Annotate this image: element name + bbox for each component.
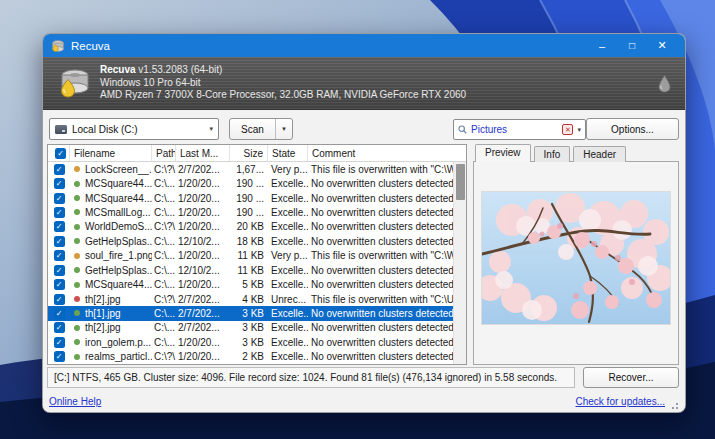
row-checkbox[interactable]: ✓	[54, 207, 65, 218]
state-dot-icon	[74, 354, 80, 360]
cell-comment: This file is overwritten with "C:\Use...	[308, 294, 453, 305]
cell-modified: 1/20/20...	[176, 207, 230, 218]
table-row[interactable]: ✓realms_particl...C:\?\1/20/20...2 KBExc…	[48, 349, 453, 363]
recuva-window: Recuva – □ ✕ Recuva v1.53.2083 (64-bit) …	[42, 33, 686, 413]
row-checkbox[interactable]: ✓	[54, 351, 65, 362]
column-header-comment[interactable]: Comment	[308, 145, 453, 161]
close-button[interactable]: ✕	[647, 34, 677, 57]
cell-comment: No overwritten clusters detected.	[308, 337, 453, 348]
check-updates-link[interactable]: Check for updates...	[576, 396, 666, 407]
row-checkbox[interactable]: ✓	[54, 265, 65, 276]
recover-button[interactable]: Recover...	[583, 367, 679, 388]
row-checkbox[interactable]: ✓	[54, 337, 65, 348]
state-dot-icon	[74, 238, 80, 244]
state-dot-icon	[74, 339, 80, 345]
table-row[interactable]: ✓MCSquare44...C:\...1/20/20...190 ...Exc…	[48, 191, 453, 205]
row-checkbox[interactable]: ✓	[54, 164, 65, 175]
cell-size: 3 KB	[230, 322, 268, 333]
online-help-link[interactable]: Online Help	[49, 396, 101, 407]
scan-status-text: [C:] NTFS, 465 GB. Cluster size: 4096. F…	[47, 367, 575, 388]
cell-size: 190 ...	[230, 178, 268, 189]
state-dot-icon	[74, 253, 80, 259]
cell-path: C:\...	[152, 207, 176, 218]
table-row[interactable]: ✓GetHelpSplas...C:\...12/10/2...18 KBExc…	[48, 234, 453, 248]
cell-filename: soul_fire_1.png	[85, 250, 152, 261]
search-box[interactable]: Pictures ✕ ▾	[453, 119, 586, 140]
table-row[interactable]: ✓MCSquare44...C:\...1/20/20...190 ...Exc…	[48, 176, 453, 190]
app-version: v1.53.2083 (64-bit)	[138, 64, 222, 75]
scan-split-button: Scan ▾	[229, 118, 293, 140]
table-row[interactable]: ✓iron_golem.p...C:\...1/20/20...3 KBExce…	[48, 335, 453, 349]
select-all-checkbox[interactable]: ✓	[55, 148, 66, 159]
cell-path: C:\...	[152, 322, 176, 333]
cell-size: 5 KB	[230, 279, 268, 290]
cell-size: 1,67...	[230, 164, 268, 175]
cell-size: 3 KB	[230, 308, 268, 319]
app-body: Local Disk (C:) ▾ Scan ▾ Pictures ✕ ▾ O	[43, 111, 685, 412]
row-checkbox[interactable]: ✓	[54, 236, 65, 247]
cell-comment: No overwritten clusters detected.	[308, 308, 453, 319]
cell-path: C:\...	[152, 337, 176, 348]
cell-path: C:\?\	[152, 294, 176, 305]
cell-state: Excelle...	[268, 193, 308, 204]
cell-modified: 2/7/202...	[176, 322, 230, 333]
scan-button[interactable]: Scan	[230, 124, 275, 135]
cell-path: C:\...	[152, 279, 176, 290]
drive-select[interactable]: Local Disk (C:) ▾	[49, 118, 219, 140]
table-row[interactable]: ✓th[1].jpgC:\...2/7/202...3 KBExcelle...…	[48, 306, 453, 320]
scrollbar-thumb[interactable]	[456, 164, 465, 200]
table-row[interactable]: ✓soul_fire_1.pngC:\...1/20/20...11 KBVer…	[48, 249, 453, 263]
cell-size: 190 ...	[230, 193, 268, 204]
state-dot-icon	[74, 166, 80, 172]
column-header-filename[interactable]: Filename	[70, 145, 152, 161]
sort-descending-icon: ˇ	[240, 145, 243, 152]
table-row[interactable]: ✓WorldDemoS...C:\?\1/20/20...20 KBExcell…	[48, 220, 453, 234]
tab-preview[interactable]: Preview	[475, 144, 531, 162]
column-header-state[interactable]: State	[268, 145, 308, 161]
file-table: ✓ Filename Path Last M... ˇ Size State C…	[47, 144, 467, 365]
cell-path: C:\...	[152, 250, 176, 261]
column-header-modified[interactable]: Last M...	[176, 145, 230, 161]
table-body: ✓LockScreen__...C:\?\2/7/202...1,67...Ve…	[48, 162, 466, 364]
row-checkbox[interactable]: ✓	[54, 193, 65, 204]
state-dot-icon	[74, 296, 80, 302]
tab-info[interactable]: Info	[534, 146, 571, 162]
row-checkbox[interactable]: ✓	[54, 221, 65, 232]
table-row[interactable]: ✓th[2].jpgC:\?\2/7/202...4 KBUnrec...Thi…	[48, 292, 453, 306]
column-header-size[interactable]: ˇ Size	[230, 145, 268, 161]
table-row[interactable]: ✓MCSmallLog...C:\...1/20/20...190 ...Exc…	[48, 205, 453, 219]
desktop: Recuva – □ ✕ Recuva v1.53.2083 (64-bit) …	[0, 0, 715, 439]
system-info: Recuva v1.53.2083 (64-bit) Windows 10 Pr…	[100, 64, 466, 102]
status-row: [C:] NTFS, 465 GB. Cluster size: 4096. F…	[47, 367, 679, 388]
table-row[interactable]: ✓GetHelpSplas...C:\...12/10/2...11 KBExc…	[48, 263, 453, 277]
vertical-scrollbar[interactable]	[453, 162, 466, 364]
minimize-button[interactable]: –	[587, 34, 617, 57]
table-row[interactable]: ✓LockScreen__...C:\?\2/7/202...1,67...Ve…	[48, 162, 453, 176]
row-checkbox[interactable]: ✓	[54, 279, 65, 290]
window-title: Recuva	[71, 40, 110, 52]
maximize-button[interactable]: □	[617, 34, 647, 57]
cell-modified: 2/7/202...	[176, 294, 230, 305]
row-checkbox[interactable]: ✓	[54, 294, 65, 305]
row-checkbox[interactable]: ✓	[54, 250, 65, 261]
scan-dropdown-button[interactable]: ▾	[275, 119, 292, 139]
table-row[interactable]: ✓th[2].jpgC:\...2/7/202...3 KBExcelle...…	[48, 321, 453, 335]
cell-filename: GetHelpSplas...	[85, 236, 152, 247]
cell-state: Excelle...	[268, 308, 308, 319]
clear-search-icon[interactable]: ✕	[562, 124, 573, 135]
chevron-down-icon[interactable]: ▾	[577, 126, 581, 134]
cell-size: 18 KB	[230, 236, 268, 247]
table-row[interactable]: ✓MCSquare44...C:\...1/20/20...5 KBExcell…	[48, 277, 453, 291]
options-button[interactable]: Options...	[586, 118, 679, 140]
column-header-path[interactable]: Path	[152, 145, 176, 161]
resize-grip[interactable]	[669, 400, 679, 410]
app-name: Recuva	[100, 64, 136, 75]
row-checkbox[interactable]: ✓	[54, 178, 65, 189]
titlebar[interactable]: Recuva – □ ✕	[43, 34, 685, 57]
row-checkbox[interactable]: ✓	[54, 322, 65, 333]
tab-header[interactable]: Header	[573, 146, 626, 162]
cell-modified: 1/20/20...	[176, 250, 230, 261]
row-checkbox[interactable]: ✓	[54, 308, 65, 319]
cell-filename: MCSquare44...	[85, 279, 152, 290]
search-input[interactable]: Pictures	[471, 124, 558, 135]
